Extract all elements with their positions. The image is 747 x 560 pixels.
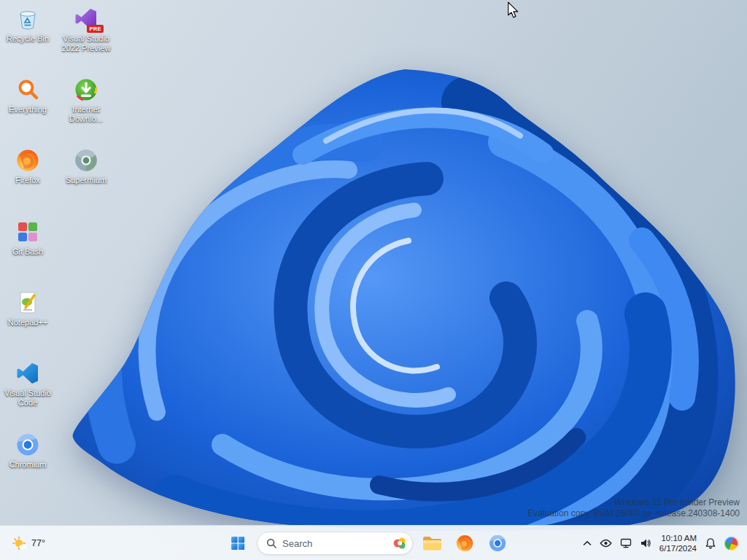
file-explorer-icon xyxy=(422,535,441,551)
search-placeholder-text: Search xyxy=(282,538,385,549)
watermark-line1: Windows 11 Pro Insider Preview xyxy=(527,497,740,508)
tray-colorful-app-icon[interactable] xyxy=(724,537,738,551)
watermark-line2: Evaluation copy. Build 26080.ge_release.… xyxy=(527,508,740,519)
tray-clock[interactable]: 10:10 AM 6/17/2024 xyxy=(659,533,697,553)
desktop-icon-label: Visual Studio 2022 Preview xyxy=(59,34,113,53)
desktop-icon-git-bash[interactable]: Git Bash xyxy=(0,219,55,257)
desktop-icon-label: Chromium xyxy=(9,460,47,470)
taskbar: 77° Search xyxy=(0,525,747,560)
internet-download-manager-icon xyxy=(73,77,99,103)
notification-bell-icon[interactable] xyxy=(705,537,716,550)
chromium-icon xyxy=(488,534,507,553)
visual-studio-2022-icon: PRE xyxy=(73,6,99,32)
taskbar-file-explorer-button[interactable] xyxy=(418,529,446,557)
windows-logo-icon xyxy=(231,536,245,551)
pre-badge: PRE xyxy=(87,25,104,33)
taskbar-chromium-button[interactable] xyxy=(484,529,511,557)
firefox-icon xyxy=(455,534,474,553)
desktop-icon-vscode[interactable]: Visual Studio Code xyxy=(0,360,55,408)
desktop-icon-notepadpp[interactable]: Notepad++ xyxy=(0,289,55,327)
insider-watermark: Windows 11 Pro Insider Preview Evaluatio… xyxy=(527,497,740,519)
weather-temp: 77° xyxy=(31,538,45,548)
search-icon xyxy=(266,538,276,548)
network-icon[interactable] xyxy=(620,538,632,548)
desktop-icon-vs2022-preview[interactable]: PRE Visual Studio 2022 Preview xyxy=(58,6,114,53)
desktop-icon-label: Internet Downlo... xyxy=(59,105,113,124)
desktop-icon-label: Everything xyxy=(9,105,47,114)
sun-icon xyxy=(12,535,28,551)
eye-icon[interactable] xyxy=(600,539,612,548)
vscode-icon xyxy=(15,360,41,386)
desktop-icon-label: Git Bash xyxy=(12,247,43,257)
supermium-icon xyxy=(73,147,99,174)
tray-time: 10:10 AM xyxy=(661,533,697,543)
desktop-icon-supermium[interactable]: Supermium xyxy=(58,147,114,185)
desktop-icon-recycle-bin[interactable]: Recycle Bin xyxy=(0,6,55,44)
everything-icon xyxy=(15,77,41,103)
search-highlight-graphic-icon xyxy=(391,534,409,552)
widgets-weather-button[interactable]: 77° xyxy=(6,526,51,560)
git-bash-icon xyxy=(15,219,41,245)
recycle-bin-icon xyxy=(15,6,41,32)
start-button[interactable] xyxy=(224,529,252,557)
firefox-icon xyxy=(15,147,41,174)
taskbar-firefox-button[interactable] xyxy=(451,529,479,557)
desktop-icon-everything[interactable]: Everything xyxy=(0,77,55,114)
desktop-icon-label: Firefox xyxy=(15,176,40,185)
chromium-icon xyxy=(15,432,41,458)
desktop-icon-label: Visual Studio Code xyxy=(1,389,55,408)
desktop-icon-label: Supermium xyxy=(66,176,107,185)
volume-icon[interactable] xyxy=(640,538,651,548)
desktop-icon-idm[interactable]: Internet Downlo... xyxy=(58,77,114,124)
notepadpp-icon xyxy=(15,289,41,316)
desktop-icon-chromium[interactable]: Chromium xyxy=(0,432,55,470)
tray-date: 6/17/2024 xyxy=(659,543,697,553)
desktop-icon-label: Notepad++ xyxy=(8,318,47,327)
desktop-icon-label: Recycle Bin xyxy=(7,34,49,44)
hidden-icons-chevron[interactable] xyxy=(583,540,592,546)
taskbar-search-box[interactable]: Search xyxy=(257,532,413,555)
desktop-icon-firefox[interactable]: Firefox xyxy=(0,147,55,185)
